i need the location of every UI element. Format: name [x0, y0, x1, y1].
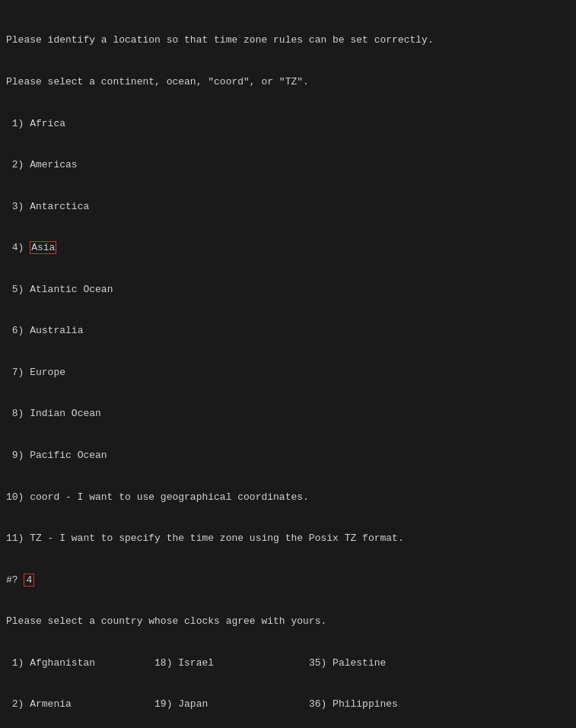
prompt-1-value: 4 — [24, 574, 34, 587]
line-indian: 8) Indian Ocean — [6, 407, 570, 421]
line-asia-prefix: 4) — [6, 242, 30, 253]
line-coord: 10) coord - I want to use geographical c… — [6, 491, 570, 504]
line-select-continent: Please select a continent, ocean, "coord… — [6, 75, 570, 89]
line-pacific: 9) Pacific Ocean — [6, 449, 570, 463]
country-row-2: 2) Armenia 19) Japan 36) Philippines — [6, 698, 570, 711]
country-row-1: 1) Afghanistan 18) Israel 35) Palestine — [6, 656, 570, 670]
line-identify: Please identify a location so that time … — [6, 33, 570, 47]
line-africa: 1) Africa — [6, 117, 570, 131]
asia-highlight: Asia — [30, 241, 56, 254]
line-antarctica: 3) Antarctica — [6, 200, 570, 214]
line-atlantic: 5) Atlantic Ocean — [6, 283, 570, 297]
line-tz: 11) TZ - I want to specify the time zone… — [6, 532, 570, 545]
terminal-output: Please identify a location so that time … — [6, 6, 570, 728]
line-australia: 6) Australia — [6, 324, 570, 338]
prompt-1-prefix: #? — [6, 574, 24, 586]
line-americas: 2) Americas — [6, 158, 570, 172]
line-asia: 4) Asia — [6, 241, 570, 255]
prompt-1: #? 4 — [6, 574, 570, 587]
line-europe: 7) Europe — [6, 366, 570, 380]
line-select-country: Please select a country whose clocks agr… — [6, 615, 570, 628]
